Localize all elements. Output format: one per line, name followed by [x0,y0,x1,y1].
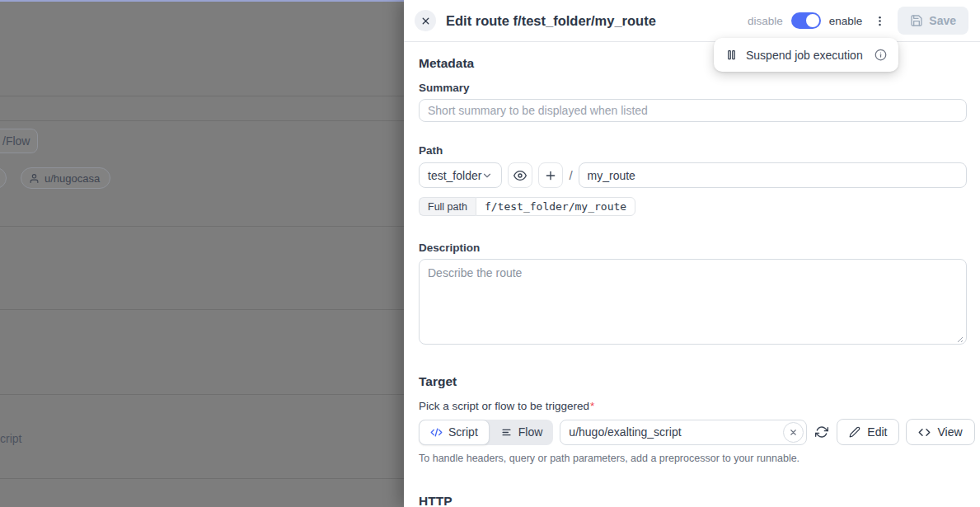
add-folder-button[interactable] [538,162,563,188]
toggle-knob [806,14,819,27]
disable-label: disable [748,15,783,27]
description-wrap [419,259,967,348]
refresh-icon [815,425,828,439]
summary-label: Summary [419,82,967,94]
script-flow-filter-badge[interactable]: /Flow [0,129,38,153]
flow-icon [500,426,513,439]
enable-toggle[interactable] [791,12,821,29]
target-row: Script Flow Edit [419,419,967,445]
required-asterisk: * [590,400,594,412]
runnable-input[interactable] [560,420,807,445]
folder-select-value: test_folder [428,169,481,182]
pause-icon [725,49,738,61]
view-runnable-button[interactable]: View [906,419,974,445]
person-icon [29,173,40,184]
code-icon [430,426,443,439]
full-path-value: f/test_folder/my_route [476,197,635,216]
target-heading: Target [419,374,967,389]
truncated-chip[interactable] [0,167,7,189]
drawer-body: Metadata Summary Path test_folder / Full… [404,56,980,507]
eye-icon [513,169,527,182]
http-heading: HTTP [419,494,967,507]
clear-x-icon [789,428,798,437]
full-path-row: Full path f/test_folder/my_route [419,197,635,216]
path-separator: / [569,168,572,182]
plus-icon [544,169,557,182]
drawer-header: Edit route f/test_folder/my_route disabl… [404,0,980,42]
tab-script-label: Script [448,425,478,439]
view-button-label: View [937,425,962,439]
preprocessor-help-text: To handle headers, query or path paramet… [419,453,967,464]
drawer-title: Edit route f/test_folder/my_route [446,13,738,29]
pencil-icon [849,426,860,438]
user-path-chip[interactable]: u/hugocasa [21,167,110,189]
folder-select[interactable]: test_folder [419,162,502,188]
flow-badge-label: /Flow [2,134,30,148]
suspend-job-menu-item[interactable]: Suspend job execution [746,49,866,62]
edit-runnable-button[interactable]: Edit [837,419,899,445]
kebab-icon [874,14,886,28]
tab-flow-label: Flow [518,425,543,439]
description-textarea[interactable] [419,259,967,345]
route-name-input[interactable] [579,162,967,188]
description-label: Description [419,242,967,254]
full-path-badge: Full path [419,197,476,216]
enable-label: enable [829,15,863,27]
script-flow-toggle-group: Script Flow [419,420,553,445]
path-row: test_folder / [419,162,967,188]
clear-runnable-button[interactable] [783,422,804,443]
save-button[interactable]: Save [898,7,968,35]
edit-button-label: Edit [867,425,887,439]
edit-route-drawer: Edit route f/test_folder/my_route disabl… [404,0,980,507]
user-chip-label: u/hugocasa [45,172,100,185]
pick-runnable-label: Pick a script or flow to be triggered* [419,400,967,412]
background-script-text: script [0,432,21,445]
save-icon [910,14,923,27]
path-label: Path [419,144,967,157]
chevron-down-icon [481,170,493,181]
close-icon [420,16,431,26]
summary-input[interactable] [419,99,967,122]
refresh-button[interactable] [814,424,830,440]
header-controls: disable enable Save [748,7,968,35]
options-dropdown: Suspend job execution [714,38,898,72]
tab-script[interactable]: Script [419,420,490,445]
tab-flow[interactable]: Flow [490,420,554,445]
save-button-label: Save [929,14,956,27]
view-folder-button[interactable] [508,162,532,188]
close-button[interactable] [415,10,436,31]
info-icon[interactable] [874,49,887,61]
pick-runnable-text: Pick a script or flow to be triggered [419,400,589,412]
code-brackets-icon [918,426,931,439]
runnable-picker [560,420,807,445]
more-options-button[interactable] [870,12,889,30]
